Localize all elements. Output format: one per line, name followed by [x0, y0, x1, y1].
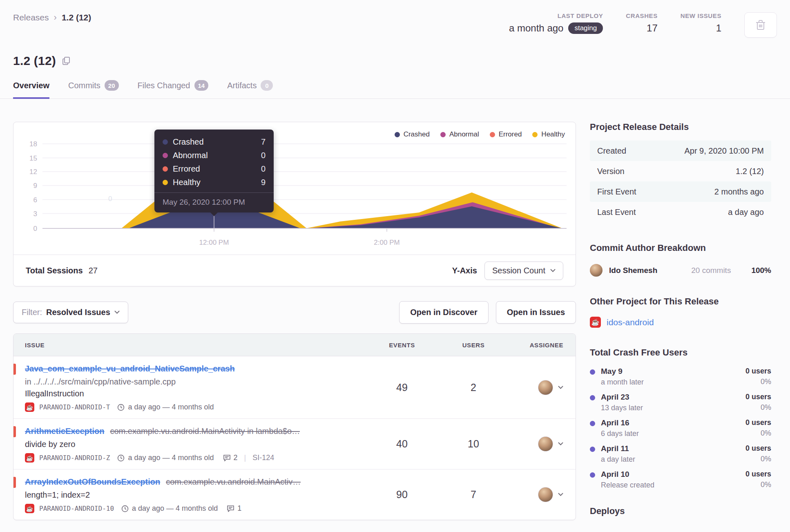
clock-icon: [117, 404, 125, 411]
comments-count[interactable]: 1: [227, 504, 241, 513]
commits-count-badge: 20: [105, 80, 119, 91]
issues-table-header: ISSUE EVENTS USERS ASSIGNEE: [13, 334, 576, 356]
timeline-dot-icon: [590, 447, 595, 452]
issue-row-2: ArithmeticException com.example.vu.andro…: [13, 419, 576, 469]
authors-section-title: Commit Author Breakdown: [590, 243, 771, 253]
issue-annotation[interactable]: SI-124: [252, 454, 274, 462]
issue-row-3: ArrayIndexOutOfBoundsException com.examp…: [13, 469, 576, 520]
crashes-label: CRASHES: [626, 12, 658, 19]
copy-version-icon[interactable]: [62, 56, 71, 66]
issues-filter-select[interactable]: Filter: Resolved Issues: [13, 302, 128, 323]
project-slug[interactable]: PARANOID-ANDROID-T: [39, 403, 110, 411]
tooltip-caret: [210, 212, 218, 216]
crash-free-row: April 11 a day later 0 users 0%: [590, 444, 771, 464]
project-slug[interactable]: PARANOID-ANDROID-10: [39, 505, 114, 512]
project-slug[interactable]: PARANOID-ANDROID-Z: [39, 454, 110, 462]
errored-dot-icon: [163, 166, 168, 172]
breadcrumb: Releases › 1.2 (12): [13, 12, 91, 23]
issue-title-link[interactable]: Java_com_example_vu_android_NativeSample…: [25, 363, 235, 375]
total-sessions-value: 27: [89, 266, 98, 275]
crash-free-section-title: Total Crash Free Users: [590, 347, 771, 358]
sessions-chart-panel: Crashed Abnormal Errored Healthy: [13, 122, 576, 286]
issue-age: a day ago — 4 months old: [128, 454, 214, 462]
legend-crashed[interactable]: Crashed: [395, 130, 430, 139]
issue-culprit: in ../../../../src/main/cpp/native-sampl…: [25, 377, 361, 387]
tab-files-changed[interactable]: Files Changed 14: [138, 80, 209, 99]
chevron-down-icon: [558, 442, 563, 446]
crash-free-row: April 23 13 days later 0 users 0%: [590, 393, 771, 412]
errored-dot-icon: [490, 132, 495, 137]
author-avatar: [590, 264, 603, 277]
issue-age: a day ago — 4 months old: [132, 504, 218, 513]
issue-users-count: 10: [439, 438, 508, 450]
breadcrumb-releases-link[interactable]: Releases: [13, 13, 49, 22]
svg-text:0: 0: [33, 225, 37, 232]
breadcrumb-separator-icon: ›: [54, 12, 57, 23]
assignee-avatar: [538, 487, 553, 502]
last-deploy-value: a month ago: [509, 22, 563, 34]
assignee-dropdown[interactable]: [508, 436, 576, 452]
healthy-dot-icon: [163, 180, 168, 185]
tooltip-row-crashed: Crashed 7: [163, 135, 266, 149]
legend-errored[interactable]: Errored: [490, 130, 522, 139]
open-in-discover-button[interactable]: Open in Discover: [399, 301, 489, 324]
comment-icon: [227, 505, 234, 512]
comments-count[interactable]: 2: [223, 454, 238, 462]
legend-healthy[interactable]: Healthy: [532, 130, 565, 139]
chevron-down-icon: [550, 269, 556, 273]
chart-zero-marker: 0: [108, 195, 112, 203]
svg-text:18: 18: [29, 140, 37, 148]
other-project-row: ☕ idos-android: [590, 317, 771, 328]
trash-icon: [755, 19, 766, 31]
java-project-icon: ☕: [25, 504, 34, 513]
breadcrumb-current: 1.2 (12): [62, 13, 91, 22]
release-stats: LAST DEPLOY a month ago staging CRASHES …: [509, 12, 777, 38]
tab-commits[interactable]: Commits 20: [68, 80, 119, 99]
crash-free-row: April 16 6 days later 0 users 0%: [590, 418, 771, 438]
stat-last-deploy: LAST DEPLOY a month ago staging: [509, 12, 603, 34]
timeline-dot-icon: [590, 421, 595, 426]
issue-title-link[interactable]: ArrayIndexOutOfBoundsException: [25, 476, 160, 488]
delete-release-button[interactable]: [744, 12, 777, 38]
issue-title-link[interactable]: ArithmeticException: [25, 425, 104, 437]
crashed-dot-icon: [163, 139, 168, 145]
timeline-dot-icon: [590, 472, 595, 478]
clock-icon: [121, 505, 129, 512]
issue-users-count: 7: [439, 489, 508, 501]
tooltip-row-abnormal: Abnormal 0: [163, 149, 266, 162]
timeline-dot-icon: [590, 395, 595, 400]
assignee-dropdown[interactable]: [508, 380, 576, 395]
tab-artifacts[interactable]: Artifacts 0: [227, 80, 273, 99]
issue-events-count: 90: [365, 489, 439, 501]
tab-overview[interactable]: Overview: [13, 80, 49, 99]
issues-table: ISSUE EVENTS USERS ASSIGNEE Java_com_exa…: [13, 333, 576, 520]
author-commit-count: 20 commits: [691, 266, 731, 275]
environment-badge: staging: [568, 22, 603, 34]
svg-text:12: 12: [29, 168, 37, 176]
yaxis-select[interactable]: Session Count: [484, 262, 563, 280]
y-axis-labels: 18 15 12 9 6 3 0: [29, 140, 37, 232]
detail-row-created: Created Apr 9, 2020 10:00 PM: [590, 141, 771, 161]
release-page: Releases › 1.2 (12) LAST DEPLOY a month …: [0, 0, 790, 532]
deploys-section-title: Deploys: [590, 506, 771, 516]
issue-culprit: com.example.vu.android.MainActivity in l…: [110, 425, 300, 437]
open-in-issues-button[interactable]: Open in Issues: [496, 301, 576, 324]
issue-culprit: com.example.vu.android.MainActiv…: [166, 476, 301, 488]
legend-abnormal[interactable]: Abnormal: [440, 130, 479, 139]
issues-filter-row: Filter: Resolved Issues Open in Discover…: [13, 301, 576, 324]
issue-events-count: 40: [365, 438, 439, 450]
x-axis-labels: 12:00 PM 2:00 PM: [199, 239, 400, 246]
meta-divider: |: [244, 454, 246, 462]
comment-icon: [223, 454, 231, 461]
tooltip-date: May 26, 2020 12:00 PM: [154, 192, 274, 212]
detail-row-first-event: First Event 2 months ago: [590, 181, 771, 202]
issue-message: divide by zero: [25, 440, 361, 449]
release-details-list: Created Apr 9, 2020 10:00 PM Version 1.2…: [590, 141, 771, 222]
stat-new-issues: NEW ISSUES 1: [681, 12, 721, 34]
title-row: 1.2 (12): [13, 54, 777, 68]
assignee-dropdown[interactable]: [508, 487, 576, 502]
issue-row-1: Java_com_example_vu_android_NativeSample…: [13, 356, 576, 419]
sessions-area-chart[interactable]: 18 15 12 9 6 3 0: [13, 122, 576, 255]
svg-text:3: 3: [33, 210, 37, 218]
other-project-link[interactable]: idos-android: [607, 317, 654, 327]
